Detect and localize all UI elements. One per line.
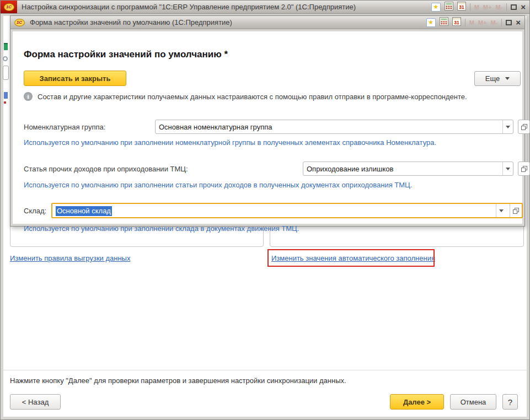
- info-text: Состав и другие характеристики получаемы…: [38, 92, 467, 101]
- warehouse-field: Основной склад: [51, 203, 523, 218]
- titlebar-separator: [506, 3, 507, 11]
- 1c-logo-icon: 1С: [4, 3, 14, 11]
- income-item-label: Статья прочих доходов при оприходовании …: [24, 165, 188, 173]
- income-item-field: Оприходование излишков: [303, 161, 530, 176]
- 1c-logo-icon: 1С: [13, 19, 25, 26]
- nomenclature-group-open-button[interactable]: [518, 120, 530, 134]
- titlebar-separator: [470, 3, 470, 11]
- calendar-icon[interactable]: 31: [452, 17, 461, 28]
- chevron-down-icon: [506, 126, 510, 128]
- calendar-icon[interactable]: 31: [457, 2, 466, 12]
- maximize-icon[interactable]: [506, 20, 512, 25]
- main-titlebar: 1С Настройка синхронизации с программой …: [1, 1, 529, 14]
- modal-titlebar: 1С Форма настройки значений по умолчанию…: [10, 16, 524, 29]
- memory-m-minus-button[interactable]: M-: [495, 4, 502, 10]
- memory-m-plus-button[interactable]: M+: [478, 19, 487, 26]
- background-fragment-button: [3, 66, 9, 80]
- chevron-down-icon: [506, 168, 510, 170]
- nomenclature-group-value: Основная номенклатурная группа: [156, 120, 502, 133]
- income-item-open-button[interactable]: [518, 161, 530, 176]
- memory-m-button[interactable]: M: [469, 19, 474, 26]
- close-icon[interactable]: ×: [521, 3, 526, 11]
- selected-text: Основной склад: [56, 206, 112, 216]
- background-fragment-blue: [4, 92, 8, 99]
- favorites-icon[interactable]: ★: [426, 18, 436, 27]
- save-and-close-button[interactable]: Записать и закрыть: [24, 71, 126, 86]
- modal-content: Форма настройки значений по умолчанию * …: [10, 29, 524, 226]
- open-form-icon: [513, 208, 519, 214]
- warehouse-value: Основной склад: [52, 204, 496, 217]
- form-heading: Форма настройки значений по умолчанию *: [24, 49, 228, 60]
- back-button[interactable]: < Назад: [10, 394, 61, 410]
- chevron-down-icon: [499, 209, 504, 212]
- nomenclature-group-hint: Используется по умолчанию при заполнении…: [24, 138, 436, 147]
- calculator-icon[interactable]: [445, 2, 453, 12]
- svg-text:31: 31: [459, 4, 464, 10]
- svg-text:31: 31: [454, 20, 459, 25]
- warehouse-dropdown-button[interactable]: [496, 204, 506, 217]
- memory-m-button[interactable]: M: [474, 4, 479, 10]
- background-fragment-green: [4, 43, 8, 50]
- default-values-form-window: 1С Форма настройки значений по умолчанию…: [10, 15, 525, 227]
- income-item-hint: Используется по умолчанию при заполнении…: [24, 181, 412, 189]
- titlebar-separator: [501, 19, 502, 26]
- income-item-value: Оприходование излишков: [303, 162, 502, 175]
- nomenclature-group-dropdown-button[interactable]: [502, 120, 513, 133]
- screen: 1С Настройка синхронизации с программой …: [0, 0, 530, 420]
- income-item-dropdown-button[interactable]: [502, 162, 513, 175]
- close-icon[interactable]: ×: [516, 18, 521, 26]
- warehouse-hint: Используется по умолчанию при заполнении…: [24, 224, 299, 233]
- open-form-icon: [521, 124, 527, 130]
- nomenclature-group-label: Номенклатурная группа:: [24, 123, 105, 131]
- nomenclature-group-input[interactable]: Основная номенклатурная группа: [155, 120, 513, 134]
- warehouse-open-button[interactable]: [510, 204, 522, 217]
- help-button[interactable]: ?: [502, 394, 518, 410]
- calculator-icon[interactable]: [440, 17, 448, 28]
- modal-titlebar-icons: ★ 31 M M+ M- ×: [426, 17, 524, 28]
- red-annotation-box: [267, 249, 435, 267]
- info-row: i Состав и другие характеристики получае…: [24, 92, 513, 101]
- background-fragment-dot: [4, 101, 6, 104]
- memory-m-minus-button[interactable]: M-: [490, 19, 497, 26]
- warehouse-input[interactable]: Основной склад: [52, 204, 506, 217]
- change-export-rules-link[interactable]: Изменить правила выгрузки данных: [10, 254, 130, 262]
- info-icon: i: [24, 92, 33, 101]
- main-window-title: Настройка синхронизации с программой "1С…: [22, 3, 356, 11]
- favorites-icon[interactable]: ★: [431, 3, 441, 12]
- maximize-icon[interactable]: [511, 4, 517, 10]
- chevron-down-icon: [505, 77, 510, 80]
- more-button[interactable]: Еще: [474, 71, 521, 86]
- titlebar-separator: [465, 19, 465, 26]
- modal-window-title: Форма настройки значений по умолчанию (1…: [30, 18, 232, 26]
- next-button[interactable]: Далее >: [390, 394, 444, 410]
- income-item-input[interactable]: Оприходование излишков: [303, 161, 513, 176]
- background-fragment-ring: [3, 56, 8, 61]
- cancel-button[interactable]: Отмена: [450, 394, 496, 410]
- footer-hint-text: Нажмите кнопку "Далее" для проверки пара…: [10, 376, 346, 385]
- app-logo-badge: 1С: [1, 1, 17, 13]
- open-form-icon: [521, 166, 527, 172]
- footer-divider: [3, 370, 527, 370]
- nomenclature-group-field: Основная номенклатурная группа: [155, 120, 530, 134]
- memory-m-plus-button[interactable]: M+: [483, 4, 492, 10]
- main-titlebar-icons: ★ 31 M M+ M- ×: [431, 2, 529, 12]
- warehouse-label: Склад:: [24, 207, 46, 215]
